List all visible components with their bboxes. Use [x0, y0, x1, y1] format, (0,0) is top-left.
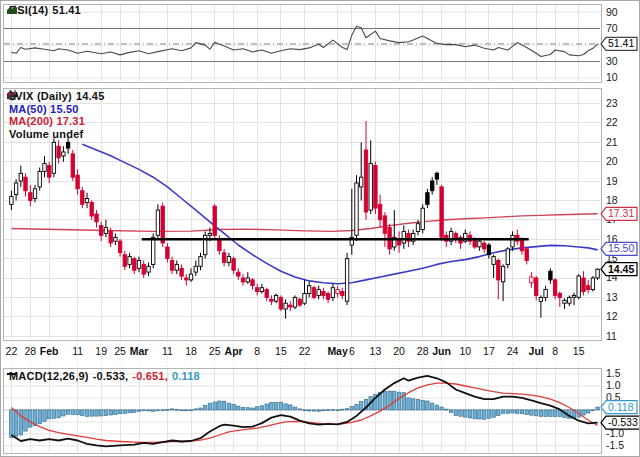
svg-text:13: 13	[606, 291, 618, 303]
ma50-label: MA(50) 15.50	[9, 103, 79, 115]
svg-text:22: 22	[606, 116, 618, 128]
svg-text:25: 25	[209, 345, 221, 357]
svg-text:Jul: Jul	[529, 345, 544, 357]
svg-text:6: 6	[349, 345, 355, 357]
svg-text:51.41: 51.41	[608, 37, 634, 49]
macd-label: MACD(12,26,9)	[9, 370, 89, 382]
rsi-legend-value: 51.41	[52, 4, 81, 16]
svg-text:11: 11	[72, 345, 83, 357]
ma200-label: MA(200) 17.31	[9, 115, 85, 127]
svg-text:-0.533: -0.533	[608, 416, 638, 428]
svg-text:8: 8	[552, 345, 558, 357]
svg-text:24: 24	[507, 345, 519, 357]
svg-text:70: 70	[606, 22, 618, 34]
grid-layer	[3, 4, 601, 453]
y-axis-labels: 23222120191817161514131211907030101.51.0…	[606, 6, 624, 452]
svg-text:28: 28	[24, 345, 36, 357]
svg-text:22: 22	[299, 345, 311, 357]
svg-text:23: 23	[606, 97, 618, 109]
svg-text:17: 17	[483, 345, 495, 357]
macd-value: -0.533,	[93, 370, 129, 382]
svg-text:22: 22	[6, 345, 18, 357]
svg-text:12: 12	[606, 310, 618, 322]
svg-text:1.0: 1.0	[606, 379, 621, 391]
svg-text:15: 15	[573, 345, 585, 357]
svg-text:8: 8	[254, 345, 260, 357]
svg-text:15: 15	[275, 345, 287, 357]
ma200-legend: MA(200) 17.31	[7, 115, 104, 128]
signal-value: -0.651,	[132, 370, 168, 382]
svg-text:25: 25	[114, 345, 126, 357]
price-legend: $VIX (Daily)14.45 MA(50) 15.50 MA(200) 1…	[7, 90, 104, 140]
svg-text:13: 13	[370, 345, 382, 357]
svg-text:10: 10	[459, 345, 471, 357]
svg-text:Mar: Mar	[130, 345, 149, 357]
rsi-legend: RSI(14)51.41	[7, 4, 81, 16]
svg-text:19: 19	[95, 345, 107, 357]
svg-text:20: 20	[393, 345, 405, 357]
symbol-row: $VIX (Daily)14.45	[7, 90, 104, 103]
last-price: 14.45	[76, 90, 105, 102]
svg-text:14.45: 14.45	[608, 263, 634, 275]
svg-text:28: 28	[417, 345, 429, 357]
svg-text:18: 18	[606, 194, 618, 206]
svg-text:17.31: 17.31	[608, 207, 634, 219]
svg-text:21: 21	[606, 136, 618, 148]
svg-text:20: 20	[606, 155, 618, 167]
symbol-label: $VIX (Daily)	[9, 90, 72, 102]
ma50-legend: MA(50) 15.50	[7, 103, 104, 116]
svg-text:Jun: Jun	[432, 345, 451, 357]
stock-chart: 23222120191817161514131211907030101.51.0…	[0, 0, 640, 457]
volume-label: Volume undef	[9, 128, 83, 140]
svg-text:1.5: 1.5	[606, 367, 621, 379]
svg-text:18: 18	[185, 345, 197, 357]
svg-text:0.118: 0.118	[608, 401, 634, 413]
svg-text:May: May	[327, 345, 348, 357]
hist-value: 0.118	[172, 370, 200, 382]
chart-canvas: 23222120191817161514131211907030101.51.0…	[1, 1, 640, 457]
macd-legend: MACD(12,26,9)-0.533,-0.651,0.118	[7, 370, 200, 382]
svg-text:Feb: Feb	[40, 345, 59, 357]
svg-text:15.50: 15.50	[608, 242, 634, 254]
svg-text:10: 10	[606, 71, 618, 83]
svg-text:11: 11	[606, 330, 617, 342]
svg-text:Apr: Apr	[225, 345, 243, 357]
volume-legend: Volume undef	[7, 128, 104, 141]
svg-text:11: 11	[162, 345, 173, 357]
svg-text:90: 90	[606, 6, 618, 18]
svg-text:30: 30	[606, 55, 618, 67]
svg-text:19: 19	[606, 175, 618, 187]
svg-text:-1.5: -1.5	[606, 439, 624, 451]
x-axis-labels: 2228Feb111925Mar111825Apr81522May6132028…	[6, 345, 585, 357]
